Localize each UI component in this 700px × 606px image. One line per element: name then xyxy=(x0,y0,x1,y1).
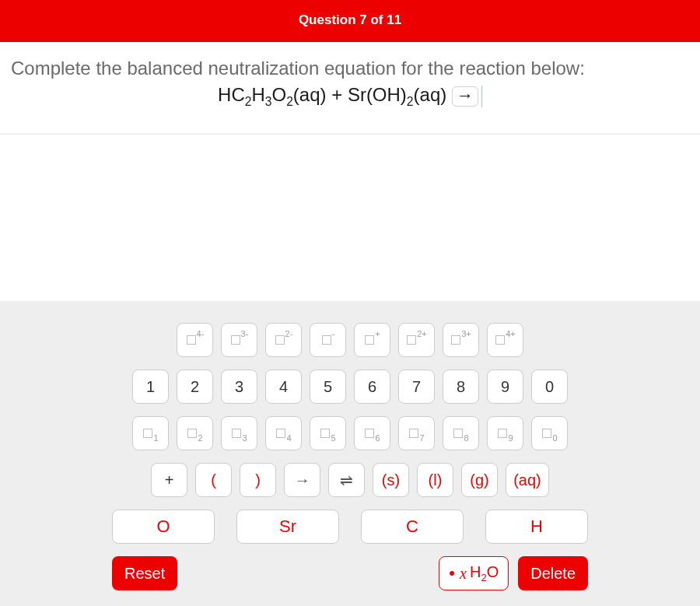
element-O[interactable]: O xyxy=(112,510,215,544)
symbol-plus[interactable]: + xyxy=(151,463,187,497)
element-H[interactable]: H xyxy=(485,510,588,544)
hydrate-x: x xyxy=(460,565,467,583)
row-subscripts: 1 2 3 4 5 6 7 8 9 0 xyxy=(112,416,588,450)
charge-2minus[interactable]: 2- xyxy=(265,323,302,357)
formula-keyboard: 4- 3- 2- - + 2+ 3+ 4+ 1 2 3 4 5 6 7 8 9 … xyxy=(0,301,700,606)
divider xyxy=(0,134,700,135)
digit-9[interactable]: 9 xyxy=(487,370,523,404)
hydrate-water-label: H2O xyxy=(470,563,499,583)
charge-4plus[interactable]: 4+ xyxy=(487,323,523,357)
digit-6[interactable]: 6 xyxy=(354,370,390,404)
row-symbols: + ( ) → ⇌ (s) (l) (g) (aq) xyxy=(112,463,588,497)
charge-plus[interactable]: + xyxy=(354,323,390,357)
subscript-4[interactable]: 4 xyxy=(265,416,302,450)
state-aqueous[interactable]: (aq) xyxy=(506,463,549,497)
text-cursor xyxy=(481,86,482,107)
reset-button[interactable]: Reset xyxy=(112,556,177,590)
subscript-8[interactable]: 8 xyxy=(443,416,479,450)
subscript-3[interactable]: 3 xyxy=(221,416,257,450)
subscript-1[interactable]: 1 xyxy=(132,416,169,450)
digit-3[interactable]: 3 xyxy=(221,370,257,404)
row-elements: O Sr C H xyxy=(112,510,588,544)
charge-4minus[interactable]: 4- xyxy=(177,323,213,357)
state-gas[interactable]: (g) xyxy=(461,463,498,497)
subscript-2[interactable]: 2 xyxy=(177,416,213,450)
charge-2plus[interactable]: 2+ xyxy=(398,323,435,357)
delete-button[interactable]: Delete xyxy=(518,556,588,590)
charge-3minus[interactable]: 3- xyxy=(221,323,257,357)
element-Sr[interactable]: Sr xyxy=(236,510,339,544)
digit-2[interactable]: 2 xyxy=(177,370,213,404)
digit-5[interactable]: 5 xyxy=(310,370,346,404)
subscript-0[interactable]: 0 xyxy=(531,416,568,450)
state-liquid[interactable]: (l) xyxy=(417,463,453,497)
state-solid[interactable]: (s) xyxy=(373,463,409,497)
subscript-9[interactable]: 9 xyxy=(487,416,523,450)
charge-minus[interactable]: - xyxy=(310,323,346,357)
digit-1[interactable]: 1 xyxy=(132,370,169,404)
element-C[interactable]: C xyxy=(361,510,464,544)
symbol-forward-arrow[interactable]: → xyxy=(284,463,320,497)
question-area: Complete the balanced neutralization equ… xyxy=(0,42,700,123)
question-header: Question 7 of 11 xyxy=(0,0,700,42)
digit-0[interactable]: 0 xyxy=(531,370,568,404)
row-digits: 1 2 3 4 5 6 7 8 9 0 xyxy=(112,370,588,404)
charge-3plus[interactable]: 3+ xyxy=(443,323,479,357)
dot-icon: • xyxy=(449,563,455,583)
digit-8[interactable]: 8 xyxy=(443,370,479,404)
subscript-5[interactable]: 5 xyxy=(310,416,346,450)
equation-given: HC2H3O2(aq) + Sr(OH)2(aq) xyxy=(218,84,452,105)
question-prompt: Complete the balanced neutralization equ… xyxy=(11,58,689,79)
hydrate-water-button[interactable]: • x H2O xyxy=(439,556,509,590)
subscript-7[interactable]: 7 xyxy=(398,416,435,450)
subscript-6[interactable]: 6 xyxy=(354,416,390,450)
header-title: Question 7 of 11 xyxy=(299,12,401,27)
reaction-arrow-chip: → xyxy=(452,86,478,107)
row-charges: 4- 3- 2- - + 2+ 3+ 4+ xyxy=(112,323,588,357)
digit-7[interactable]: 7 xyxy=(398,370,435,404)
symbol-lparen[interactable]: ( xyxy=(195,463,232,497)
symbol-equilibrium[interactable]: ⇌ xyxy=(328,463,365,497)
equation-input-line[interactable]: HC2H3O2(aq) + Sr(OH)2(aq) → xyxy=(11,84,689,109)
row-actions: Reset • x H2O Delete xyxy=(112,556,588,590)
symbol-rparen[interactable]: ) xyxy=(240,463,276,497)
digit-4[interactable]: 4 xyxy=(265,370,302,404)
